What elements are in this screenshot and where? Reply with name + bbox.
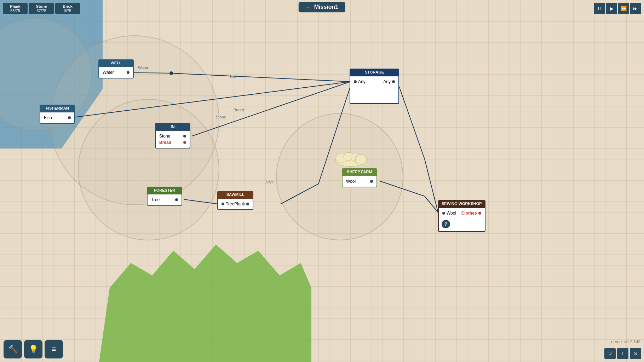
playback-controls: ⏸ ▶ ⏩ ⏭ [594,3,641,14]
hammer-button[interactable]: 🔨 [4,340,22,358]
territory-circle-3 [78,99,219,240]
fisherman-header: FISHERMAN [40,105,75,112]
sawmill-header: SAWMILL [217,191,253,198]
discord-button[interactable]: D [604,348,616,359]
in-bread-row: Bread [159,139,186,146]
sawmill-body: Tree Plank [217,198,253,210]
well-body: Water [98,66,134,78]
forester-body: Tree [147,194,182,206]
territory-circle-sheep [276,113,403,240]
storage-header: STORAGE [350,69,399,76]
sawmill-output-port [246,203,249,205]
sewing-ports-row: Wool Clothes [442,210,481,216]
sewing-input-port [442,212,445,215]
social-buttons: D T S [604,348,641,359]
sewing-node[interactable]: SEWING WORKSHOP Wool Clothes ? [438,200,485,232]
skip-button[interactable]: ⏭ [630,3,641,14]
sheepfarm-node[interactable]: SHEEP FARM Wool [342,168,377,187]
plank-resource: Plank 58/75 [3,3,28,14]
storage-output-port [392,80,395,83]
well-header: WELL [98,59,134,66]
sawmill-output-label: Plank [234,202,245,206]
in-bread-port [183,141,186,144]
sewing-header: SEWING WORKSHOP [438,200,485,207]
sawmill-node[interactable]: SAWMILL Tree Plank [217,191,253,210]
storage-body: Any Any [350,76,399,104]
forester-output-label: Tree [151,197,160,202]
bottom-toolbar: 🔨 💡 ≡ [4,340,63,358]
storage-node[interactable]: STORAGE Any Any [350,69,399,104]
sewing-output-port [478,212,481,215]
in-stone-port [183,135,186,138]
forester-node[interactable]: FORESTER Tree [147,187,182,206]
sheepfarm-output-label: Wool [346,179,356,184]
fisherman-output-label: Fish [44,115,52,120]
in-header: IN [155,123,190,130]
fisherman-body: Fish [40,112,75,124]
in-stone-row: Stone [159,133,186,139]
in-body: Stone Bread [155,130,190,148]
sheep-svg [331,150,377,168]
well-output-label: Water [103,70,114,75]
sawmill-input-label: Tree [226,202,234,206]
well-node[interactable]: WELL Water [98,59,134,78]
fisherman-output-row: Fish [44,115,71,121]
svg-point-17 [364,163,367,166]
resource-bars: Plank 58/75 Stone 37/75 Brick 0/75 [3,3,80,14]
sheepfarm-output-row: Wool [346,178,373,185]
sewing-output-label: Clothes [461,211,477,216]
forester-header: FORESTER [147,187,182,194]
rrrr-text: Rrrr [265,180,273,185]
fisherman-node[interactable]: FISHERMAN Fish [40,105,75,124]
brick-resource: Brick 0/75 [55,3,80,14]
sheepfarm-header: SHEEP FARM [342,168,377,175]
sawmill-ports-row: Tree Plank [222,201,249,207]
forester-output-row: Tree [151,197,178,203]
sawmill-input-port [222,203,224,205]
version-text: demo_v0.7.143 [611,339,640,344]
in-stone-label: Stone [159,134,170,139]
in-node[interactable]: IN Stone Bread [155,123,190,148]
in-bread-label: Bread [159,140,171,145]
pause-button[interactable]: ⏸ [594,3,605,14]
play-button[interactable]: ▶ [606,3,617,14]
bulb-button[interactable]: 💡 [24,340,42,358]
storage-port-row: Any Any [354,78,395,85]
sheepfarm-body: Wool [342,175,377,187]
fisherman-output-port [68,116,71,119]
storage-output-label: Any [383,79,391,84]
question-badge: ? [442,220,450,228]
fast-button[interactable]: ⏩ [618,3,629,14]
well-output-port [127,71,130,74]
svg-point-16 [355,154,367,164]
storage-input-port [354,80,357,83]
sewing-input-label: Wool [447,211,456,216]
mission-header: ← Mission1 [299,2,345,12]
sheep-visual [331,150,377,168]
mission-title: Mission1 [314,4,338,10]
well-output-row: Water [103,69,130,76]
stone-resource: Stone 37/75 [29,3,54,14]
steam-button[interactable]: S [630,348,641,359]
storage-input-label: Any [358,79,366,84]
back-button[interactable]: ← [306,4,311,10]
twitter-button[interactable]: T [617,348,628,359]
forester-output-port [175,198,178,201]
menu-button[interactable]: ≡ [45,340,63,358]
sewing-body: Wool Clothes ? [438,207,485,232]
sheepfarm-output-port [370,180,373,183]
